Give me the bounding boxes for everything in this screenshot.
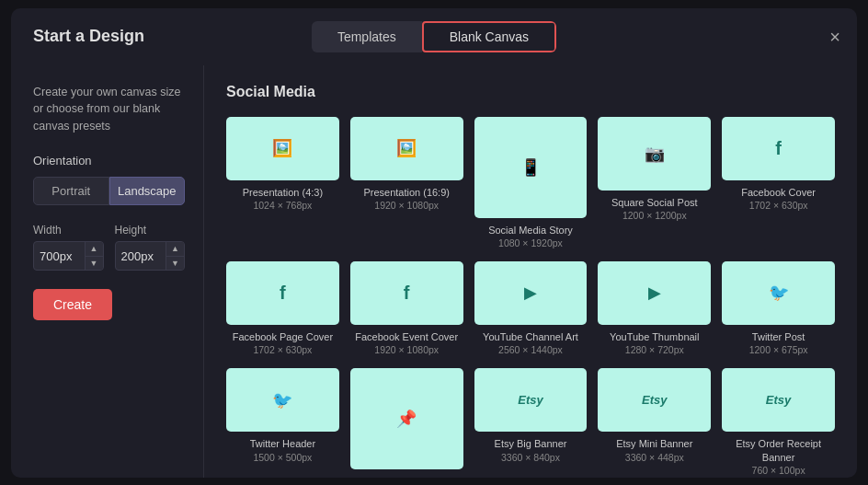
portrait-button[interactable]: Portrait — [33, 177, 109, 205]
card-thumbnail: f — [722, 117, 835, 180]
orientation-label: Orientation — [33, 154, 185, 167]
card-dimension: 1702 × 630px — [749, 200, 808, 211]
card-item[interactable]: 🐦 Twitter Header 1500 × 500px — [226, 368, 339, 477]
tab-templates[interactable]: Templates — [312, 21, 422, 52]
width-label: Width — [33, 224, 104, 237]
card-name: Facebook Cover — [741, 186, 816, 199]
card-thumbnail: Etsy — [474, 368, 588, 432]
card-thumbnail: 🖼️ — [226, 117, 339, 180]
height-input-wrap: ▲ ▼ — [115, 241, 186, 271]
card-name: Pinterest Pin — [378, 475, 435, 477]
width-input[interactable] — [34, 245, 85, 268]
card-name: Twitter Header — [250, 437, 316, 450]
card-dimension: 1702 × 630px — [253, 344, 312, 355]
card-dimension: 1500 × 500px — [253, 452, 312, 463]
main-content[interactable]: Social Media 🖼️ Presentation (4:3) 1024 … — [204, 65, 857, 478]
card-item[interactable]: f Facebook Event Cover 1920 × 1080px — [350, 261, 463, 355]
card-name: Etsy Order Receipt Banner — [722, 437, 835, 464]
card-thumbnail: Etsy — [598, 368, 711, 432]
card-item[interactable]: 🖼️ Presentation (16:9) 1920 × 1080px — [350, 117, 463, 248]
card-dimension: 1024 × 768px — [253, 200, 312, 211]
card-name: Social Media Story — [488, 224, 573, 237]
create-button[interactable]: Create — [33, 289, 112, 320]
card-thumbnail: Etsy — [722, 368, 835, 432]
card-item[interactable]: Etsy Etsy Mini Banner 3360 × 448px — [598, 368, 711, 477]
height-spinners: ▲ ▼ — [166, 242, 184, 271]
card-name: Facebook Event Cover — [355, 330, 458, 343]
modal-overlay: Start a Design Templates Blank Canvas × … — [0, 0, 868, 485]
card-thumbnail: 📱 — [474, 117, 588, 218]
card-item[interactable]: 🐦 Twitter Post 1200 × 675px — [722, 261, 835, 355]
card-item[interactable]: f Facebook Page Cover 1702 × 630px — [226, 261, 339, 355]
close-button[interactable]: × — [829, 28, 840, 46]
card-name: YouTube Channel Art — [483, 330, 578, 343]
card-name: Etsy Mini Banner — [616, 437, 692, 450]
card-dimension: 1920 × 1080px — [374, 200, 439, 211]
sidebar-description: Create your own canvas size or choose fr… — [33, 84, 185, 135]
card-dimension: 3360 × 448px — [625, 452, 684, 463]
card-name: Square Social Post — [611, 196, 698, 209]
card-dimension: 1080 × 1920px — [498, 237, 563, 248]
card-thumbnail: 📷 — [598, 117, 711, 191]
section-title: Social Media — [226, 84, 835, 100]
tab-blank-canvas[interactable]: Blank Canvas — [422, 21, 556, 52]
height-down-button[interactable]: ▼ — [166, 257, 184, 271]
sidebar: Create your own canvas size or choose fr… — [11, 65, 204, 478]
card-dimension: 1280 × 720px — [625, 344, 684, 355]
card-item[interactable]: 🖼️ Presentation (4:3) 1024 × 768px — [226, 117, 339, 248]
card-thumbnail: ▶ — [598, 261, 711, 325]
modal-body: Create your own canvas size or choose fr… — [11, 65, 857, 478]
dimension-row: Width ▲ ▼ Height — [33, 224, 185, 271]
card-dimension: 3360 × 840px — [501, 452, 560, 463]
card-thumbnail: 🖼️ — [350, 117, 463, 180]
card-dimension: 2560 × 1440px — [498, 344, 563, 355]
modal-title: Start a Design — [33, 27, 144, 46]
tab-group: Templates Blank Canvas — [312, 21, 556, 52]
card-item[interactable]: Etsy Etsy Big Banner 3360 × 840px — [474, 368, 588, 477]
modal-topbar: Start a Design Templates Blank Canvas × — [11, 8, 857, 65]
height-up-button[interactable]: ▲ — [166, 242, 184, 257]
width-input-wrap: ▲ ▼ — [33, 241, 104, 271]
card-name: YouTube Thumbnail — [610, 330, 699, 343]
card-name: Etsy Big Banner — [495, 437, 567, 450]
card-thumbnail: 🐦 — [722, 261, 835, 325]
card-thumbnail: f — [350, 261, 463, 325]
card-thumbnail: 🐦 — [226, 368, 339, 432]
card-dimension: 1200 × 1200px — [622, 210, 687, 221]
card-item[interactable]: f Facebook Cover 1702 × 630px — [722, 117, 835, 248]
card-name: Twitter Post — [752, 330, 805, 343]
width-group: Width ▲ ▼ — [33, 224, 104, 271]
modal: Start a Design Templates Blank Canvas × … — [11, 8, 857, 478]
height-input[interactable] — [116, 245, 166, 268]
width-down-button[interactable]: ▼ — [86, 257, 103, 271]
card-thumbnail: f — [226, 261, 339, 325]
height-group: Height ▲ ▼ — [115, 224, 186, 271]
card-item[interactable]: ▶ YouTube Thumbnail 1280 × 720px — [598, 261, 711, 355]
card-item[interactable]: ▶ YouTube Channel Art 2560 × 1440px — [474, 261, 588, 355]
card-item[interactable]: 📌 Pinterest Pin 1000 × 1500px — [350, 368, 463, 477]
card-dimension: 760 × 100px — [752, 465, 805, 476]
cards-grid: 🖼️ Presentation (4:3) 1024 × 768px 🖼️ Pr… — [226, 117, 835, 478]
width-spinners: ▲ ▼ — [85, 242, 103, 271]
card-name: Presentation (4:3) — [243, 186, 323, 199]
height-label: Height — [115, 224, 186, 237]
card-thumbnail: 📌 — [350, 368, 463, 469]
card-dimension: 1920 × 1080px — [374, 344, 439, 355]
card-item[interactable]: Etsy Etsy Order Receipt Banner 760 × 100… — [722, 368, 835, 477]
card-name: Presentation (16:9) — [363, 186, 450, 199]
landscape-button[interactable]: Landscape — [109, 177, 186, 205]
card-thumbnail: ▶ — [474, 261, 588, 325]
orientation-group: Portrait Landscape — [33, 177, 185, 205]
card-item[interactable]: 📱 Social Media Story 1080 × 1920px — [474, 117, 588, 248]
width-up-button[interactable]: ▲ — [86, 242, 103, 257]
card-name: Facebook Page Cover — [233, 330, 333, 343]
card-item[interactable]: 📷 Square Social Post 1200 × 1200px — [598, 117, 711, 248]
card-dimension: 1200 × 675px — [749, 344, 808, 355]
